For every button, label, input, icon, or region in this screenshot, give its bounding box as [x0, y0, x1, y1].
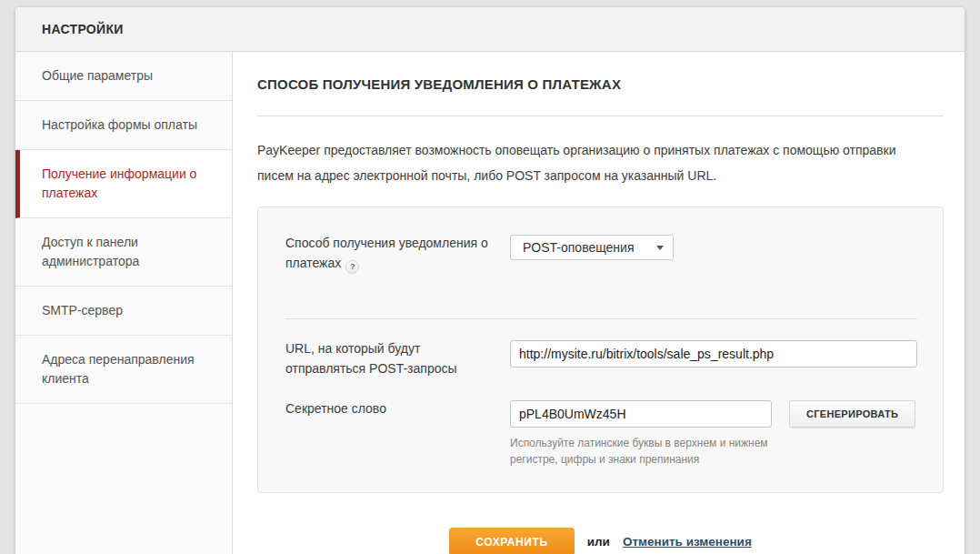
notify-method-selected-value: POST-оповещения — [523, 240, 635, 255]
secret-word-input-row: СГЕНЕРИРОВАТЬ — [510, 398, 915, 428]
sidebar-item-label: SMTP-сервер — [42, 303, 123, 317]
sidebar-item-payment-form[interactable]: Настройка формы оплаты — [15, 101, 232, 150]
save-button[interactable]: СОХРАНИТЬ — [449, 528, 575, 554]
sidebar-item-label: Доступ к панели администратора — [42, 235, 139, 268]
window-title: НАСТРОЙКИ — [42, 22, 124, 36]
sidebar-item-smtp-server[interactable]: SMTP-сервер — [15, 287, 232, 336]
sidebar-item-label: Адреса перенаправления клиента — [42, 352, 195, 386]
notify-method-row: Способ получения уведомления о платежах?… — [285, 233, 917, 274]
post-url-row: URL, на который будут отправляться POST-… — [285, 338, 917, 378]
sidebar-item-payment-info[interactable]: Получение информации о платежах — [15, 150, 232, 218]
secret-word-input[interactable] — [510, 400, 772, 428]
intro-text: PayKeeper предоставляет возможность опов… — [257, 137, 919, 188]
generate-button[interactable]: СГЕНЕРИРОВАТЬ — [789, 400, 915, 428]
actions-row: СОХРАНИТЬ или Отменить изменения — [257, 528, 944, 554]
settings-sidebar: Общие параметры Настройка формы оплаты П… — [15, 52, 233, 554]
cancel-link[interactable]: Отменить изменения — [623, 535, 752, 549]
post-url-input[interactable] — [510, 340, 917, 368]
sidebar-item-label: Общие параметры — [42, 68, 153, 83]
or-text: или — [587, 535, 610, 549]
secret-word-label: Секретное слово — [285, 398, 510, 418]
sidebar-item-label: Настройка формы оплаты — [42, 117, 197, 132]
sidebar-item-label: Получение информации о платежах — [42, 166, 196, 200]
sidebar-item-redirect-urls[interactable]: Адреса перенаправления клиента — [15, 336, 232, 404]
settings-window: НАСТРОЙКИ Общие параметры Настройка форм… — [15, 7, 965, 554]
chevron-down-icon — [656, 246, 664, 250]
window-header: НАСТРОЙКИ — [15, 7, 965, 52]
settings-main-content: СПОСОБ ПОЛУЧЕНИЯ УВЕДОМЛЕНИЯ О ПЛАТЕЖАХ … — [233, 52, 965, 554]
title-divider — [257, 116, 944, 116]
panel-divider — [285, 318, 917, 319]
settings-panel: Способ получения уведомления о платежах?… — [257, 206, 944, 493]
window-body: Общие параметры Настройка формы оплаты П… — [15, 52, 965, 554]
secret-word-hint: Используйте латинские буквы в верхнем и … — [510, 435, 778, 468]
sidebar-item-admin-access[interactable]: Доступ к панели администратора — [15, 218, 232, 287]
notify-method-select[interactable]: POST-оповещения — [510, 235, 674, 260]
page-title: СПОСОБ ПОЛУЧЕНИЯ УВЕДОМЛЕНИЯ О ПЛАТЕЖАХ — [257, 76, 944, 92]
help-icon[interactable]: ? — [345, 260, 359, 274]
secret-word-row: Секретное слово СГЕНЕРИРОВАТЬ Используйт… — [285, 398, 917, 468]
sidebar-item-general-params[interactable]: Общие параметры — [15, 52, 232, 101]
notify-method-label: Способ получения уведомления о платежах? — [285, 233, 510, 274]
post-url-label: URL, на который будут отправляться POST-… — [285, 338, 510, 378]
secret-word-field-group: СГЕНЕРИРОВАТЬ Используйте латинские букв… — [510, 398, 915, 468]
